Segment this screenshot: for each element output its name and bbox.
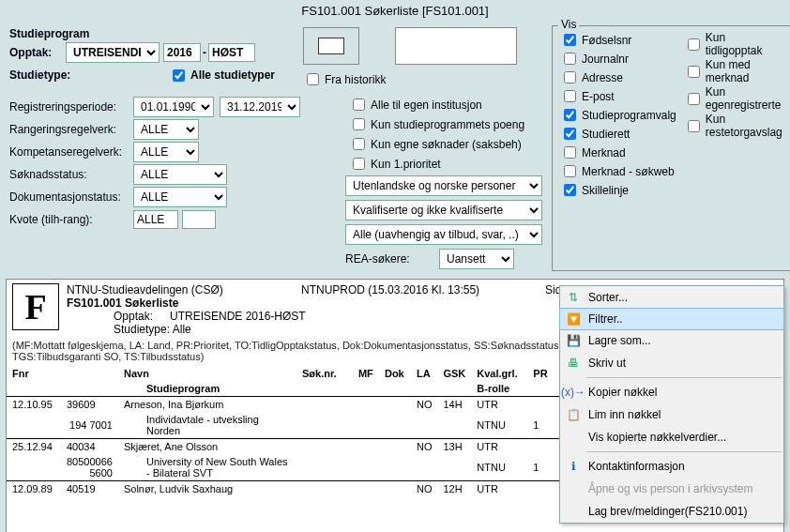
kvote-label: Kvote (tilh-rang): xyxy=(9,213,133,226)
chk-journalnr[interactable]: Journalnr xyxy=(560,50,676,68)
opptak-label: Opptak: xyxy=(9,46,66,59)
chk-kun-merknad[interactable]: Kun med merknad xyxy=(684,58,782,84)
chk-merknad[interactable]: Merknad xyxy=(560,144,676,161)
menu-lagbrev[interactable]: Lag brev/meldinger(FS210.001) xyxy=(560,500,783,523)
paste-icon: 📋 xyxy=(564,408,583,421)
menu-filtrer[interactable]: 🔽Filtrer.. xyxy=(559,308,784,330)
menu-viskop[interactable]: Vis kopierte nøkkelverdier... xyxy=(560,426,783,448)
rea-select[interactable]: Uansett xyxy=(439,249,514,269)
tilbud-select[interactable]: Alle (uavhengig av tilbud, svar, ..) xyxy=(345,224,542,245)
kompetanse-label: Kompetanseregelverk: xyxy=(9,145,133,159)
chk-kun-restetorg[interactable]: Kun restetorgavslag xyxy=(684,113,782,139)
chk-epost[interactable]: E-post xyxy=(560,87,676,105)
rea-label: REA-søkere: xyxy=(345,252,439,266)
rangering-label: Rangeringsregelverk: xyxy=(9,123,133,136)
server-label: NTNUPROD (15.03.2016 Kl. 13:55) xyxy=(301,283,545,296)
vis-group: Vis Fødselsnr Journalnr Adresse E-post S… xyxy=(552,25,790,271)
chk-fodselsnr[interactable]: Fødselsnr xyxy=(560,31,676,49)
window-title: FS101.001 Søkerliste [FS101.001] xyxy=(0,0,790,22)
rangering-select[interactable]: ALLE xyxy=(133,119,199,140)
studietype-label: Studietype: xyxy=(9,68,94,82)
filter-icon: 🔽 xyxy=(564,312,583,326)
menu-kopier[interactable]: (x)→Kopier nøkkel xyxy=(560,381,783,403)
fra-historikk-check[interactable]: Fra historikk xyxy=(303,70,386,88)
menu-lim[interactable]: 📋Lim inn nøkkel xyxy=(560,403,783,426)
menu-apne: Åpne og vis person i arkivsystem xyxy=(560,478,783,500)
regperiode-label: Registreringsperiode: xyxy=(9,100,133,114)
menu-skriv[interactable]: 🖶Skriv ut xyxy=(560,352,783,374)
kvote-input1[interactable] xyxy=(133,210,178,229)
save-icon: 💾 xyxy=(564,334,583,347)
regto-select[interactable]: 31.12.2019 xyxy=(220,97,300,117)
cb-egne-sok[interactable]: Kun egne søknader (saksbeh) xyxy=(349,135,542,153)
menu-sorter[interactable]: ⇅Sorter... xyxy=(560,286,783,309)
copy-icon: (x)→ xyxy=(564,386,583,399)
dokstatus-select[interactable]: ALLE xyxy=(133,187,227,207)
cb-sp-poeng[interactable]: Kun studieprogrammets poeng xyxy=(349,115,542,133)
opptak-select[interactable]: UTREISENDE xyxy=(66,42,160,63)
print-icon: 🖶 xyxy=(564,357,583,370)
vis-label: Vis xyxy=(558,18,579,31)
cb-egen-inst[interactable]: Alle til egen institusjon xyxy=(349,96,542,114)
menu-kontakt[interactable]: ℹKontaktinformasjon xyxy=(560,455,783,478)
soknadsstatus-label: Søknadsstatus: xyxy=(9,168,133,181)
preview-box-small xyxy=(303,27,359,65)
cb-1prio[interactable]: Kun 1.prioritet xyxy=(349,155,542,173)
chk-adresse[interactable]: Adresse xyxy=(560,68,676,86)
info-icon: ℹ xyxy=(564,460,583,473)
r-opptak-v: UTREISENDE 2016-HØST xyxy=(170,310,306,323)
menu-lagre[interactable]: 💾Lagre som... xyxy=(560,329,783,352)
r-opptak-l: Opptak: xyxy=(67,310,170,323)
kvote-input2[interactable] xyxy=(182,210,216,229)
regfrom-select[interactable]: 01.01.1990 xyxy=(133,97,214,117)
studieprogram-label: Studieprogram xyxy=(9,27,133,40)
personer-select[interactable]: Utenlandske og norske personer xyxy=(345,175,542,196)
kvalifisert-select[interactable]: Kvalifiserte og ikke kvalifiserte xyxy=(345,200,542,220)
chk-studieprogramvalg[interactable]: Studieprogramvalg xyxy=(560,106,676,124)
app-logo: F xyxy=(12,283,59,330)
inst-label: NTNU-Studieavdelingen (CSØ) xyxy=(67,283,301,296)
term-input[interactable] xyxy=(208,43,255,62)
chk-kun-egenreg[interactable]: Kun egenregistrerte xyxy=(684,85,782,112)
year-input[interactable] xyxy=(163,43,201,62)
context-menu: ⇅Sorter... 🔽Filtrer.. 💾Lagre som... 🖶Skr… xyxy=(559,285,784,524)
chk-kun-tidlig[interactable]: Kun tidligopptak xyxy=(684,31,782,57)
kompetanse-select[interactable]: ALLE xyxy=(133,142,199,162)
chk-studierett[interactable]: Studierett xyxy=(560,125,676,143)
soknadsstatus-select[interactable]: ALLE xyxy=(133,164,227,185)
preview-box-wide xyxy=(395,27,517,65)
alle-studietyper-check[interactable]: Alle studietyper xyxy=(169,67,275,84)
dokstatus-label: Dokumentasjonstatus: xyxy=(9,190,133,204)
chk-merknad-sokweb[interactable]: Merknad - søkweb xyxy=(560,162,676,180)
chk-skillelinje[interactable]: Skillelinje xyxy=(560,181,676,199)
sort-icon: ⇅ xyxy=(564,291,583,304)
